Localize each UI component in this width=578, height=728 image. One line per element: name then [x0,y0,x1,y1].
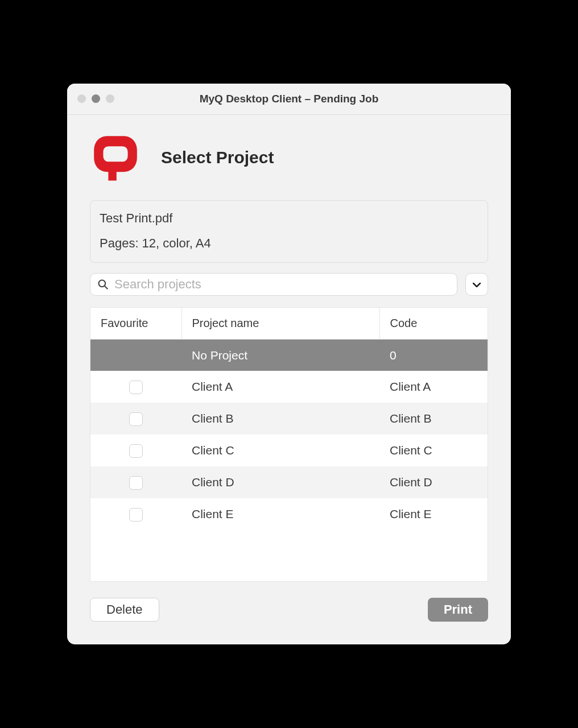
project-table: Favourite Project name Code No Project0C… [90,308,488,531]
print-button[interactable]: Print [428,598,488,622]
zoom-window-button[interactable] [106,94,114,103]
table-row[interactable]: Client EClient E [90,498,488,530]
project-code-cell: Client B [379,403,488,435]
project-name-cell: Client D [181,466,379,498]
job-info-panel: Test Print.pdf Pages: 12, color, A4 [90,200,488,263]
project-code-cell: Client D [379,466,488,498]
app-window: MyQ Desktop Client – Pending Job Select … [67,84,511,645]
favourite-checkbox[interactable] [129,412,143,426]
table-empty-space [90,530,488,581]
search-icon [97,279,109,290]
table-row[interactable]: Client BClient B [90,403,488,435]
project-code-cell: Client C [379,435,488,466]
svg-point-0 [99,280,106,287]
col-code-header[interactable]: Code [379,308,488,340]
favourite-cell [90,435,181,466]
table-row[interactable]: Client CClient C [90,435,488,466]
favourite-checkbox[interactable] [129,476,143,490]
favourite-checkbox[interactable] [129,444,143,458]
content-area: Select Project Test Print.pdf Pages: 12,… [67,115,511,645]
filter-dropdown-button[interactable] [465,273,488,296]
project-name-cell: Client B [181,403,379,435]
table-header-row: Favourite Project name Code [90,308,488,340]
header-row: Select Project [90,132,488,183]
col-name-header[interactable]: Project name [181,308,379,340]
table-row[interactable]: No Project0 [90,339,488,371]
svg-line-1 [105,286,108,289]
favourite-cell [90,466,181,498]
project-name-cell: Client E [181,498,379,530]
project-table-container: Favourite Project name Code No Project0C… [90,307,488,582]
minimize-window-button[interactable] [92,94,100,103]
favourite-checkbox[interactable] [129,380,143,394]
titlebar: MyQ Desktop Client – Pending Job [67,84,511,115]
page-title: Select Project [161,148,274,167]
myq-logo-icon [90,132,141,183]
favourite-cell [90,339,181,371]
window-controls [77,94,114,103]
project-code-cell: Client E [379,498,488,530]
favourite-checkbox[interactable] [129,508,143,522]
delete-button[interactable]: Delete [90,598,159,622]
project-name-cell: Client C [181,435,379,466]
search-row [90,273,488,296]
table-row[interactable]: Client AClient A [90,371,488,403]
project-code-cell: Client A [379,371,488,403]
favourite-cell [90,371,181,403]
job-details: Pages: 12, color, A4 [100,236,478,251]
chevron-down-icon [473,279,481,289]
action-row: Delete Print [90,598,488,622]
close-window-button[interactable] [77,94,86,103]
window-title: MyQ Desktop Client – Pending Job [67,93,511,105]
favourite-cell [90,498,181,530]
search-input[interactable] [114,277,450,292]
project-name-cell: Client A [181,371,379,403]
table-row[interactable]: Client DClient D [90,466,488,498]
favourite-cell [90,403,181,435]
project-name-cell: No Project [181,339,379,371]
search-box[interactable] [90,273,457,296]
job-filename: Test Print.pdf [100,211,478,226]
col-favourite-header[interactable]: Favourite [90,308,181,340]
project-code-cell: 0 [379,339,488,371]
